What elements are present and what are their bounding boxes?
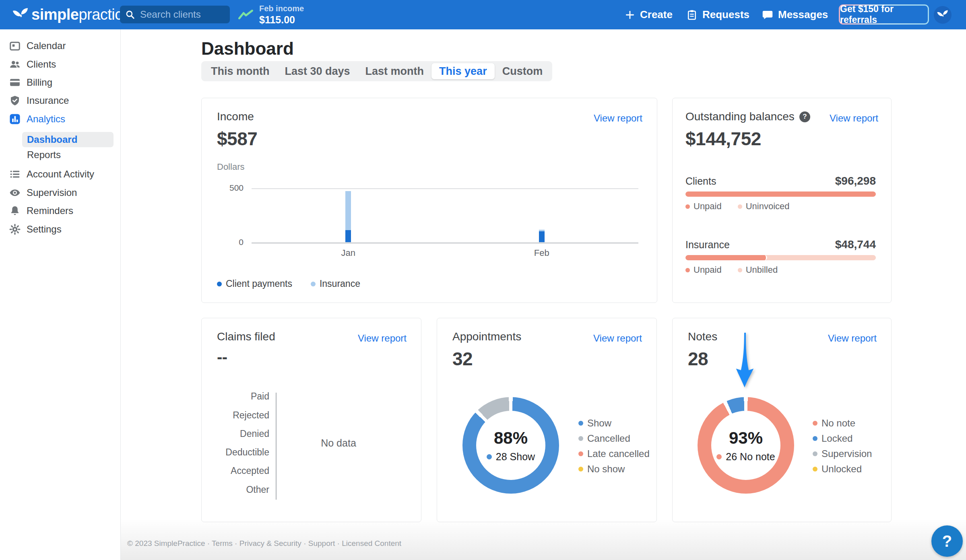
claims-y-axis (276, 393, 277, 500)
plus-icon (625, 10, 635, 20)
legend-unlocked: Unlocked (813, 463, 862, 475)
search-input[interactable] (139, 8, 220, 21)
income-widget-label: Feb income (259, 3, 304, 14)
claims-filed-card: Claims filed View report -- Paid Rejecte… (201, 318, 421, 522)
brand-butterfly-icon (12, 7, 29, 23)
chat-bubble-icon (762, 9, 773, 21)
legend-supervision: Supervision (813, 448, 872, 460)
claims-category-deductible: Deductible (217, 447, 269, 458)
claims-category-accepted: Accepted (217, 465, 269, 476)
requests-label: Requests (702, 8, 749, 21)
credit-card-icon (9, 76, 21, 89)
butterfly-icon (937, 10, 949, 21)
income-widget-value: $115.00 (259, 14, 304, 26)
income-view-report-link[interactable]: View report (594, 113, 642, 124)
sidebar-item-reminders[interactable]: Reminders (0, 203, 121, 219)
income-widget[interactable]: Feb income $115.00 (238, 3, 304, 26)
copyright-text: © 2023 SimplePractice (127, 539, 205, 548)
client-payments-dot (217, 282, 222, 286)
legend-insurance: Insurance (311, 278, 360, 289)
notes-view-report-link[interactable]: View report (828, 333, 877, 344)
claims-category-paid: Paid (217, 391, 269, 402)
income-bar-feb[interactable] (539, 230, 545, 242)
sidebar-item-account-activity[interactable]: Account Activity (0, 166, 121, 182)
appointments-total: 32 (452, 348, 473, 370)
referral-button[interactable]: Get $150 for referrals (839, 4, 929, 25)
unbilled-dot (738, 268, 742, 272)
show-dot (487, 454, 492, 459)
insurance-balance-bar[interactable] (685, 255, 876, 260)
analytics-bar-chart-icon (9, 113, 21, 125)
search-clients-box[interactable] (120, 6, 230, 23)
tab-this-year[interactable]: This year (431, 63, 495, 79)
date-range-tabs: This month Last 30 days Last month This … (201, 61, 552, 81)
trending-up-icon (238, 9, 254, 20)
legend-no-show: No show (578, 463, 625, 475)
income-xlabel-jan: Jan (341, 248, 355, 258)
sidebar-item-reports[interactable]: Reports (22, 147, 114, 163)
sidebar-item-supervision[interactable]: Supervision (0, 185, 121, 201)
outstanding-view-report-link[interactable]: View report (830, 113, 878, 124)
sidebar-item-calendar[interactable]: Calendar (0, 38, 121, 54)
legend-cancelled: Cancelled (578, 432, 630, 445)
income-card: Income View report $587 Dollars 500 0 Ja… (201, 98, 657, 303)
footer-link-support[interactable]: Support (308, 539, 335, 548)
create-button[interactable]: Create (625, 0, 673, 29)
legend-no-note: No note (813, 417, 855, 429)
notes-donut[interactable]: 93% 26 No note (698, 397, 794, 494)
sidebar-item-billing[interactable]: Billing (0, 74, 121, 91)
tab-custom[interactable]: Custom (495, 63, 551, 79)
sidebar-item-analytics[interactable]: Analytics (0, 111, 121, 127)
list-icon (9, 168, 21, 180)
income-x-axis (252, 243, 638, 243)
clients-balance-label: Clients (685, 175, 716, 187)
eye-icon (9, 187, 21, 199)
appointments-donut[interactable]: 88% 28 Show (462, 397, 559, 494)
unpaid-dot (685, 204, 690, 209)
appointments-donut-pct: 88% (494, 428, 528, 448)
no-note-dot (716, 454, 722, 459)
calendar-icon (9, 40, 21, 52)
notes-donut-sublabel: 26 No note (716, 451, 775, 463)
tab-last-30-days[interactable]: Last 30 days (277, 63, 357, 79)
messages-button[interactable]: Messages (762, 0, 828, 29)
claims-view-report-link[interactable]: View report (358, 333, 407, 344)
insurance-balance-amount: $48,744 (835, 238, 876, 251)
tab-last-month[interactable]: Last month (358, 63, 432, 79)
help-icon[interactable]: ? (799, 111, 810, 122)
sidebar-item-insurance[interactable]: Insurance (0, 93, 121, 109)
income-total: $587 (217, 128, 257, 150)
appointments-view-report-link[interactable]: View report (593, 333, 642, 344)
arrow-down-annotation-icon (734, 332, 756, 389)
clients-icon (9, 58, 21, 70)
clipboard-icon (686, 9, 698, 21)
help-button[interactable]: ? (931, 525, 963, 557)
appointments-donut-sublabel: 28 Show (487, 451, 535, 463)
brand-bold: simple (31, 6, 78, 23)
messages-label: Messages (778, 8, 828, 21)
top-navbar: simplepractice Feb income $115.00 Create (0, 0, 966, 29)
income-xlabel-feb: Feb (534, 248, 549, 258)
footer-link-licensed-content[interactable]: Licensed Content (342, 539, 401, 548)
footer-link-privacy-security[interactable]: Privacy & Security (239, 539, 301, 548)
notes-card: Notes View report 28 93% 26 No note No n… (672, 318, 892, 522)
appointments-card-title: Appointments (452, 330, 521, 343)
income-bar-jan[interactable] (345, 191, 351, 242)
notes-total: 28 (688, 348, 708, 370)
brand-logo[interactable]: simplepractice (31, 0, 130, 29)
bell-icon (9, 205, 21, 217)
uninvoiced-dot (738, 204, 742, 209)
requests-button[interactable]: Requests (686, 0, 749, 29)
tab-this-month[interactable]: This month (203, 63, 277, 79)
insurance-dot (311, 282, 316, 286)
sidebar-item-dashboard[interactable]: Dashboard (22, 132, 114, 147)
sidebar-item-settings[interactable]: Settings (0, 221, 121, 237)
create-label: Create (640, 8, 673, 21)
account-butterfly-button[interactable] (934, 6, 952, 24)
search-icon (125, 9, 135, 20)
legend-locked: Locked (813, 432, 852, 445)
simplepractice-dashboard: simplepractice Feb income $115.00 Create (0, 0, 966, 560)
footer-link-terms[interactable]: Terms (212, 539, 233, 548)
sidebar-item-clients[interactable]: Clients (0, 56, 121, 72)
clients-balance-bar[interactable] (685, 191, 876, 197)
